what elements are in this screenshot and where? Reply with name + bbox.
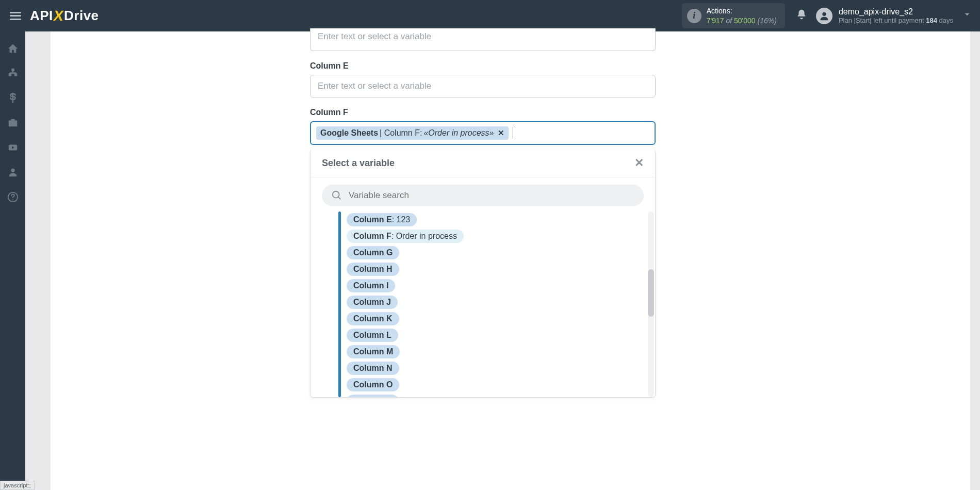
chevron-down-icon [962,10,972,19]
actions-used: 7'917 [707,17,724,25]
user-menu-chevron[interactable] [959,10,975,22]
bell-icon [796,9,807,20]
avatar-icon [819,10,830,22]
actions-label: Actions: [707,6,777,15]
logo-text-drive: Drive [64,8,99,24]
logo-text-x: X [52,8,65,24]
hamburger-menu[interactable] [5,6,26,26]
logo[interactable]: APIXDrive [30,8,99,24]
info-icon: i [687,9,701,23]
actions-of: of [724,17,734,25]
actions-max: 50'000 [734,17,756,25]
svg-point-0 [822,12,826,15]
notifications-bell[interactable] [791,9,812,23]
user-name: demo_apix-drive_s2 [839,7,953,17]
actions-pct: (16%) [756,17,777,25]
user-info[interactable]: demo_apix-drive_s2 Plan |Start| left unt… [839,7,953,24]
top-bar: APIXDrive i Actions: 7'917 of 50'000 (16… [0,0,980,31]
user-plan: Plan |Start| left until payment 184 days [839,17,953,24]
logo-text-api: API [30,8,53,24]
hamburger-icon [10,12,21,20]
actions-counter[interactable]: i Actions: 7'917 of 50'000 (16%) [682,3,785,28]
user-avatar[interactable] [816,8,832,24]
field-column-d-truncated: Enter text or select a variable [310,28,656,31]
actions-text: Actions: 7'917 of 50'000 (16%) [707,6,777,25]
column-d-input[interactable]: Enter text or select a variable [310,28,656,31]
